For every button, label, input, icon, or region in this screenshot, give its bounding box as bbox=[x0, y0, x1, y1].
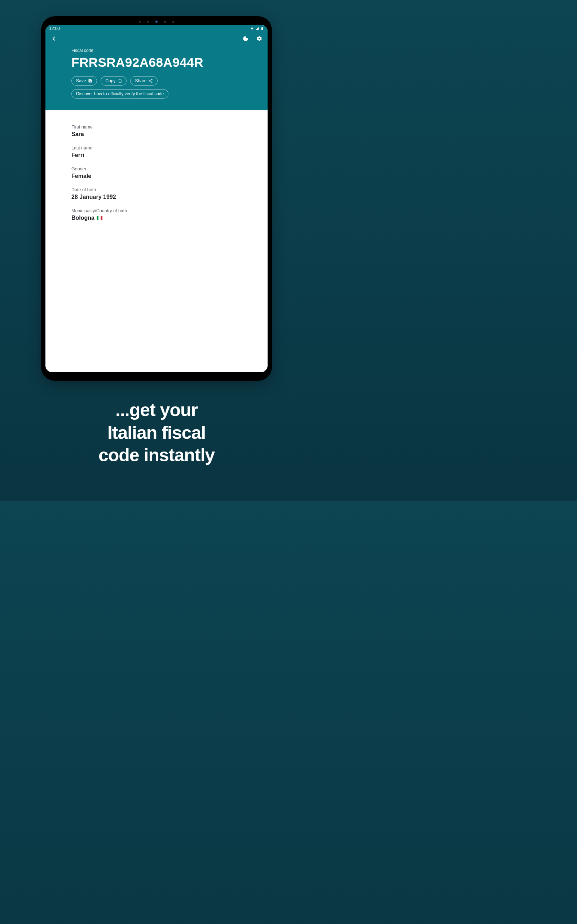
field-dob: Date of birth 28 January 1992 bbox=[71, 187, 242, 200]
save-icon bbox=[88, 79, 92, 83]
field-birthplace: Municipality/Country of birth Bologna bbox=[71, 208, 242, 221]
settings-button[interactable] bbox=[256, 36, 263, 42]
field-gender: Gender Female bbox=[71, 166, 242, 179]
status-right bbox=[250, 27, 264, 30]
home-indicator[interactable] bbox=[128, 369, 185, 370]
status-bar: 12:00 bbox=[45, 25, 268, 31]
gender-label: Gender bbox=[71, 166, 242, 171]
dob-label: Date of birth bbox=[71, 187, 242, 192]
field-first-name: First name Sara bbox=[71, 124, 242, 137]
copy-icon bbox=[118, 79, 122, 83]
wifi-icon bbox=[250, 27, 254, 30]
birthplace-label: Municipality/Country of birth bbox=[71, 208, 242, 213]
first-name-value: Sara bbox=[71, 131, 242, 137]
birthplace-value: Bologna bbox=[71, 215, 242, 221]
dob-value: 28 January 1992 bbox=[71, 194, 242, 200]
battery-icon bbox=[260, 27, 264, 30]
first-name-label: First name bbox=[71, 124, 242, 129]
copy-button[interactable]: Copy bbox=[101, 76, 127, 86]
save-label: Save bbox=[76, 78, 86, 83]
tagline: ...get yourItalian fiscalcode instantly bbox=[98, 399, 214, 467]
share-button[interactable]: Share bbox=[130, 76, 158, 86]
gear-icon bbox=[256, 36, 263, 42]
screen: 12:00 Fiscal code FRRSRA92A68A bbox=[45, 25, 268, 372]
back-button[interactable] bbox=[50, 36, 57, 42]
italy-flag-icon bbox=[97, 216, 102, 220]
save-button[interactable]: Save bbox=[71, 76, 97, 86]
share-label: Share bbox=[135, 78, 147, 83]
moon-icon bbox=[242, 36, 249, 42]
field-last-name: Last name Ferri bbox=[71, 145, 242, 158]
header-section: Fiscal code FRRSRA92A68A944R Save Copy S… bbox=[45, 46, 268, 110]
gender-value: Female bbox=[71, 173, 242, 179]
content: First name Sara Last name Ferri Gender F… bbox=[45, 110, 268, 244]
last-name-label: Last name bbox=[71, 145, 242, 150]
tablet-frame: 12:00 Fiscal code FRRSRA92A68A bbox=[41, 16, 272, 381]
camera-dots bbox=[139, 21, 174, 23]
app-bar bbox=[45, 31, 268, 46]
copy-label: Copy bbox=[105, 78, 115, 83]
fiscal-code-label: Fiscal code bbox=[71, 48, 242, 53]
signal-icon bbox=[255, 27, 259, 30]
status-time: 12:00 bbox=[49, 26, 60, 31]
fiscal-code-value: FRRSRA92A68A944R bbox=[71, 55, 242, 69]
verify-label: Discover how to officially verify the fi… bbox=[76, 91, 164, 96]
last-name-value: Ferri bbox=[71, 152, 242, 158]
share-icon bbox=[148, 79, 153, 83]
verify-link[interactable]: Discover how to officially verify the fi… bbox=[71, 89, 168, 99]
dark-mode-button[interactable] bbox=[242, 36, 249, 42]
birthplace-text: Bologna bbox=[71, 215, 95, 221]
